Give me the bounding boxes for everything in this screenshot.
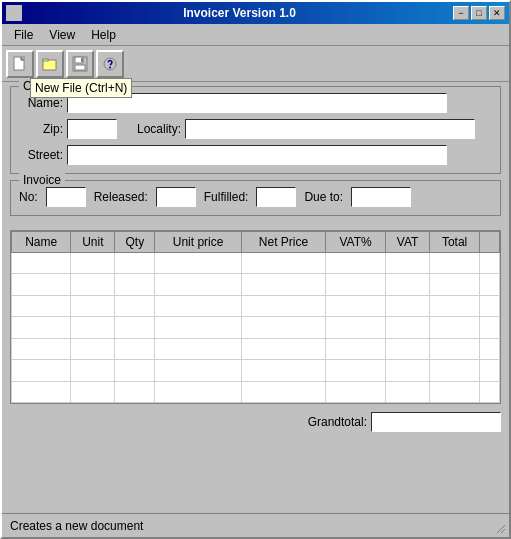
table-row [12, 381, 500, 402]
dueto-input[interactable] [351, 187, 411, 207]
released-input[interactable] [156, 187, 196, 207]
customer-zip-row: Zip: Locality: [19, 119, 492, 139]
col-total: Total [430, 232, 480, 253]
col-action [480, 232, 500, 253]
street-label: Street: [19, 148, 63, 162]
grandtotal-label: Grandtotal: [308, 415, 367, 429]
window-title: Invoicer Version 1.0 [26, 6, 453, 20]
customer-street-row: Street: [19, 145, 492, 165]
col-unit-price: Unit price [155, 232, 241, 253]
menu-file[interactable]: File [6, 26, 41, 44]
table-row [12, 360, 500, 381]
name-label: Name: [19, 96, 63, 110]
grandtotal-row: Grandtotal: [2, 408, 509, 436]
table-row [12, 338, 500, 359]
street-input[interactable] [67, 145, 447, 165]
invoice-table: Name Unit Qty Unit price Net Price VAT% … [11, 231, 500, 403]
col-name: Name [12, 232, 71, 253]
fulfilled-input[interactable] [256, 187, 296, 207]
released-label: Released: [94, 190, 148, 204]
svg-line-12 [497, 525, 505, 533]
table-row [12, 274, 500, 295]
close-button[interactable]: ✕ [489, 6, 505, 20]
new-file-icon [12, 56, 28, 72]
save-button[interactable] [66, 50, 94, 78]
table-row [12, 317, 500, 338]
no-label: No: [19, 190, 38, 204]
save-icon [72, 56, 88, 72]
toolbar: New File (Ctrl+N) [2, 46, 509, 82]
table-row [12, 253, 500, 274]
col-qty: Qty [115, 232, 155, 253]
zip-label: Zip: [19, 122, 63, 136]
col-vat-pct: VAT% [326, 232, 386, 253]
maximize-button[interactable]: □ [471, 6, 487, 20]
svg-rect-5 [43, 59, 48, 61]
grandtotal-input[interactable] [371, 412, 501, 432]
customer-section: Customer Name: Zip: Locality: Street: [10, 86, 501, 174]
new-file-button[interactable] [6, 50, 34, 78]
menu-bar: File View Help [2, 24, 509, 46]
window-frame: Invoicer Version 1.0 − □ ✕ File View Hel… [0, 0, 511, 539]
open-file-icon [42, 56, 58, 72]
col-vat: VAT [385, 232, 429, 253]
locality-label: Locality: [121, 122, 181, 136]
col-net-price: Net Price [241, 232, 325, 253]
menu-view[interactable]: View [41, 26, 83, 44]
invoice-row: No: Released: Fulfilled: Due to: [19, 187, 492, 207]
menu-help[interactable]: Help [83, 26, 124, 44]
window-controls: − □ ✕ [453, 6, 505, 20]
invoice-no-input[interactable] [46, 187, 86, 207]
zip-input[interactable] [67, 119, 117, 139]
svg-rect-8 [75, 65, 85, 70]
help-button[interactable] [96, 50, 124, 78]
table-body [12, 253, 500, 403]
fulfilled-label: Fulfilled: [204, 190, 249, 204]
title-bar: Invoicer Version 1.0 − □ ✕ [2, 2, 509, 24]
app-icon [6, 5, 22, 21]
help-icon [102, 56, 118, 72]
svg-line-13 [501, 529, 505, 533]
locality-input[interactable] [185, 119, 475, 139]
svg-point-11 [109, 66, 111, 68]
invoice-table-container: Name Unit Qty Unit price Net Price VAT% … [10, 230, 501, 404]
resize-handle[interactable] [495, 523, 507, 535]
invoice-section: Invoice No: Released: Fulfilled: Due to: [10, 180, 501, 216]
resize-icon [495, 523, 507, 535]
status-text: Creates a new document [10, 519, 143, 533]
status-bar: Creates a new document [2, 513, 509, 537]
table-row [12, 295, 500, 316]
minimize-button[interactable]: − [453, 6, 469, 20]
col-unit: Unit [71, 232, 115, 253]
invoice-legend: Invoice [19, 173, 65, 187]
table-header-row: Name Unit Qty Unit price Net Price VAT% … [12, 232, 500, 253]
toolbar-tooltip: New File (Ctrl+N) [30, 78, 132, 98]
dueto-label: Due to: [304, 190, 343, 204]
open-file-button[interactable] [36, 50, 64, 78]
svg-rect-9 [81, 58, 83, 62]
